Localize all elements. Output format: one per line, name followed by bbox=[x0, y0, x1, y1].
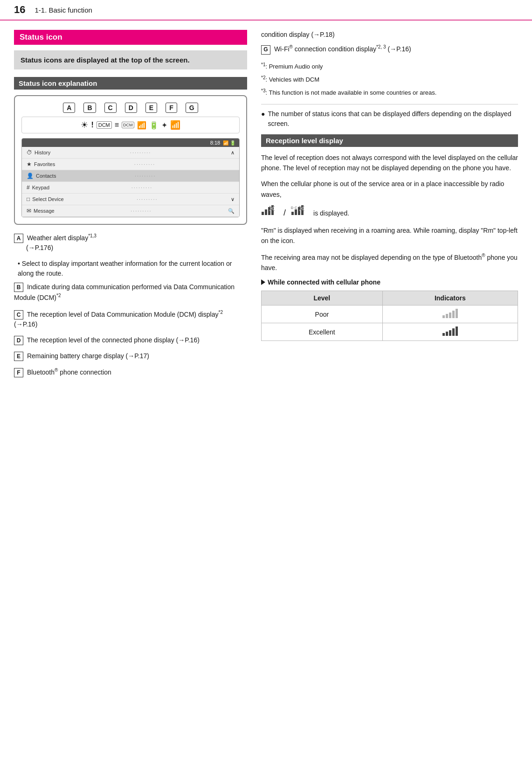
page-chapter: 1-1. Basic function bbox=[35, 6, 92, 14]
left-column: Status icon Status icons are displayed a… bbox=[14, 30, 247, 762]
table-row: Excellent bbox=[262, 323, 518, 341]
dcm2-icon: DCM bbox=[122, 122, 134, 128]
item-g-desc: G Wi-Fi® connection condition display*2,… bbox=[261, 44, 518, 55]
wifi-icon: 📶 bbox=[170, 120, 180, 130]
item-f-text: Bluetooth® phone connection bbox=[27, 368, 111, 376]
svg-rect-0 bbox=[262, 212, 264, 215]
list-item: # Keypad ········· bbox=[22, 182, 239, 194]
no-signal-icon: / DCM bbox=[261, 208, 313, 217]
list-item: 👤 Contacts ········· bbox=[22, 170, 239, 182]
svg-rect-6 bbox=[291, 212, 294, 215]
list-item: ★ Favorites ········· bbox=[22, 159, 239, 170]
while-connected-text: While connected with cellular phone bbox=[268, 278, 380, 286]
level-poor: Poor bbox=[262, 306, 383, 323]
bar4 bbox=[452, 311, 455, 318]
signal-bars-icon: 📶 bbox=[137, 121, 146, 130]
indicator-excellent bbox=[382, 323, 518, 341]
reception-level-section: Reception level display The level of rec… bbox=[261, 134, 518, 341]
bar2 bbox=[446, 332, 448, 336]
level-table: Level Indicators Poor bbox=[261, 291, 518, 341]
screen-statusbar: 8:18 📶 🔋 bbox=[22, 139, 239, 147]
bullet-dot: ● bbox=[261, 109, 265, 129]
bullet-note-text: The number of status icons that can be d… bbox=[268, 109, 518, 129]
bar4 bbox=[452, 328, 455, 336]
reception-para-icon: / DCM is displayed. bbox=[261, 205, 518, 220]
select-device-label: □ Select Device bbox=[27, 196, 64, 202]
item-g-text: Wi-Fi® connection condition display*2, 3… bbox=[274, 45, 411, 53]
bluetooth-icon: ✦ bbox=[161, 121, 167, 130]
screen-status-icons: 📶 🔋 bbox=[223, 140, 235, 146]
item-c-label: C bbox=[14, 310, 23, 320]
item-e-text: Remaining battery charge display (→P.17) bbox=[27, 352, 149, 360]
item-e-label: E bbox=[14, 352, 23, 361]
footnote-2: *2: Vehicles with DCM bbox=[261, 74, 518, 84]
item-c-desc: C The reception level of Data Communicat… bbox=[14, 309, 247, 330]
diagram-icons-row: ☀ ! DCM ≡ DCM 📶 🔋 ✦ 📶 bbox=[21, 117, 240, 133]
bullet-note: ● The number of status icons that can be… bbox=[261, 104, 518, 129]
content-area: Status icon Status icons are displayed a… bbox=[0, 21, 532, 771]
status-icon-explanation-title: Status icon explanation bbox=[14, 77, 247, 90]
bar2 bbox=[446, 314, 448, 318]
condition-display-line: condition display (→P.18) bbox=[261, 30, 518, 40]
item-d-text: The reception level of the connected pho… bbox=[27, 336, 200, 344]
bar3 bbox=[449, 330, 451, 336]
bar1 bbox=[442, 333, 445, 336]
diagram-label-f: F bbox=[166, 103, 177, 113]
item-a-label: A bbox=[14, 234, 23, 243]
svg-rect-2 bbox=[268, 207, 270, 215]
favorites-label: ★ Favorites bbox=[27, 161, 55, 167]
item-a-bullet: • Select to display important weather in… bbox=[18, 259, 247, 278]
item-b-desc: B Indicate during data communication per… bbox=[14, 282, 247, 303]
info-box-text: Status icons are displayed at the top of… bbox=[21, 56, 190, 64]
footnote-1: *1: Premium Audio only bbox=[261, 61, 518, 71]
history-label: ⏱ History bbox=[27, 149, 50, 156]
table-header-level: Level bbox=[262, 291, 383, 306]
screen-time: 8:18 bbox=[210, 140, 220, 146]
page: 16 1-1. Basic function Status icon Statu… bbox=[0, 0, 532, 771]
diagram-labels: A B C D E F G bbox=[21, 103, 240, 113]
item-f-label: F bbox=[14, 368, 23, 377]
item-e-desc: E Remaining battery charge display (→P.1… bbox=[14, 351, 247, 361]
signal-bars-poor bbox=[442, 309, 458, 318]
contacts-label: 👤 Contacts bbox=[27, 173, 56, 179]
item-d-label: D bbox=[14, 336, 23, 345]
status-icon-info-box: Status icons are displayed at the top of… bbox=[14, 50, 247, 69]
reception-para-3: "Rm" is displayed when receiving in a ro… bbox=[261, 225, 518, 246]
reception-para-2: When the cellular phone is out of the se… bbox=[261, 179, 518, 200]
diagram-label-e: E bbox=[145, 103, 157, 113]
reception-level-title: Reception level display bbox=[261, 134, 518, 147]
diagram-label-c: C bbox=[104, 103, 117, 113]
item-f-desc: F Bluetooth® phone connection bbox=[14, 367, 247, 377]
status-icon-title: Status icon bbox=[14, 30, 247, 45]
item-a-desc: A Weather alert display*1,3 (→P.176) bbox=[14, 232, 247, 253]
diagram-label-d: D bbox=[125, 103, 137, 113]
battery-icon: 🔋 bbox=[149, 121, 159, 130]
svg-rect-1 bbox=[265, 209, 267, 215]
list-item: ⏱ History ········· ∧ bbox=[22, 147, 239, 159]
diagram-label-a: A bbox=[63, 103, 75, 113]
screen-list: ⏱ History ········· ∧ ★ Favorites ····· bbox=[22, 147, 239, 217]
message-label: ✉ Message bbox=[27, 208, 55, 214]
while-connected-row: While connected with cellular phone bbox=[261, 278, 518, 286]
signal-bars-excellent bbox=[442, 326, 458, 336]
diagram-box: A B C D E F G ☀ ! DCM ≡ DCM 📶 🔋 bbox=[14, 95, 247, 225]
item-a-link: (→P.176) bbox=[26, 244, 53, 251]
item-a-text: Weather alert display*1,3 bbox=[27, 234, 97, 242]
right-column: condition display (→P.18) G Wi-Fi® conne… bbox=[261, 30, 518, 762]
no-signal-svg bbox=[261, 205, 280, 215]
page-header: 16 1-1. Basic function bbox=[0, 0, 532, 21]
diagram-label-b: B bbox=[83, 103, 96, 113]
bar5 bbox=[456, 326, 458, 336]
page-number: 16 bbox=[14, 4, 25, 16]
bar3 bbox=[449, 313, 451, 318]
weather-alert-icon: ☀ bbox=[81, 120, 88, 130]
item-b-label: B bbox=[14, 283, 23, 292]
reception-para-1: The level of reception does not always c… bbox=[261, 153, 518, 174]
item-c-text: The reception level of Data Communicatio… bbox=[14, 311, 223, 328]
lines-icon: ≡ bbox=[115, 121, 119, 129]
is-displayed-text: is displayed. bbox=[313, 209, 349, 217]
svg-rect-7 bbox=[295, 209, 297, 215]
item-d-desc: D The reception level of the connected p… bbox=[14, 335, 247, 346]
triangle-icon bbox=[261, 279, 265, 285]
item-b-text: Indicate during data communication perfo… bbox=[14, 283, 235, 301]
